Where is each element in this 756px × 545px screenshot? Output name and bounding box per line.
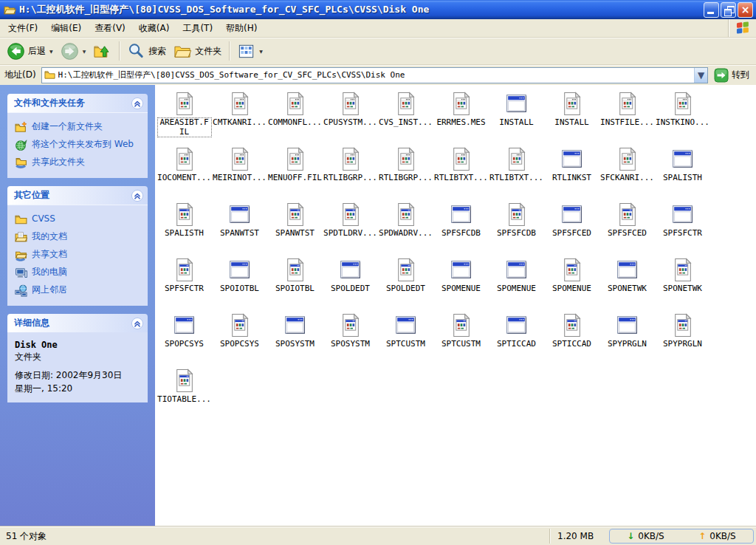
file-item[interactable]: SPDTLDRV... [323, 200, 378, 256]
place-item[interactable]: 我的电脑 [15, 267, 143, 279]
file-item[interactable]: INSTALL [489, 89, 544, 145]
menu-item[interactable]: 帮助(H) [219, 20, 264, 37]
menu-item[interactable]: 工具(T) [176, 20, 219, 37]
file-item[interactable]: INSTKINO... [655, 89, 710, 145]
forward-button[interactable]: ▼ [57, 39, 90, 64]
application-window-icon [338, 258, 362, 282]
back-label: 后退 [28, 45, 46, 58]
minimize-icon [707, 12, 714, 14]
menu-item[interactable]: 文件(F) [1, 20, 44, 37]
application-window-icon [449, 258, 473, 282]
file-item[interactable]: SPFSFCDB [489, 200, 544, 256]
file-item[interactable]: SPALISTH [655, 145, 710, 200]
file-item[interactable]: SPANWTST [267, 200, 323, 256]
file-item[interactable]: SPANWTST [212, 200, 267, 256]
file-item[interactable]: SPOLDEDT [378, 256, 433, 311]
file-item[interactable]: INSTFILE... [599, 89, 655, 145]
address-dropdown-button[interactable]: ▼ [694, 68, 707, 83]
file-item[interactable]: SPFSFCDB [433, 200, 489, 256]
file-item[interactable]: MEIRINOT... [212, 145, 267, 200]
task-item[interactable]: 创建一个新文件夹 [15, 121, 143, 134]
file-item[interactable]: SPFSFCTR [655, 200, 710, 256]
file-item[interactable]: SPONETWK [599, 256, 655, 311]
file-item[interactable]: RTLIBTXT... [433, 145, 489, 200]
file-item[interactable]: MENUOFF.FIL [267, 145, 323, 200]
chevron-up-icon[interactable] [131, 317, 144, 330]
address-input[interactable]: H:\工控机软件_旧型停产\[80]CVSS_DOS_Software_for_… [41, 67, 708, 83]
file-item[interactable]: SPOIOTBL [212, 256, 267, 311]
menu-item[interactable]: 收藏(A) [132, 20, 176, 37]
file-item[interactable]: SFCKANRI... [599, 145, 655, 200]
file-item[interactable]: ERRMES.MES [433, 89, 489, 145]
file-label: AREASIBT.FIL [157, 117, 212, 137]
file-item[interactable]: SPYPRGLN [599, 311, 655, 366]
file-item[interactable]: CPUSYSTM... [323, 89, 378, 145]
file-item[interactable]: COMMONFL... [267, 89, 323, 145]
chevron-up-icon[interactable] [131, 97, 144, 110]
file-item[interactable]: SPOSYSTM [267, 311, 323, 366]
toolbar: 后退 ▼ ▼ 搜索 文件夹 ▼ [0, 38, 756, 65]
file-item[interactable]: CMTKANRI... [212, 89, 267, 145]
file-item[interactable]: SPTCUSTM [433, 311, 489, 366]
file-item[interactable]: SPTICCAD [489, 311, 544, 366]
file-item[interactable]: INSTALL [544, 89, 599, 145]
menu-item[interactable]: 查看(V) [88, 20, 132, 37]
file-item[interactable]: RTLINKST [544, 145, 599, 200]
document-blue-icon [560, 258, 584, 282]
file-label: SPDWADRV... [377, 228, 434, 239]
file-item[interactable]: IOCOMENT... [157, 145, 212, 200]
file-label: RTLIBTXT... [433, 173, 489, 184]
file-item[interactable]: SPONETWK [655, 256, 710, 311]
file-item[interactable]: SPOSYSTM [323, 311, 378, 366]
details-modified-time: 星期一, 15:20 [15, 383, 142, 395]
file-item[interactable]: SPOMENUE [544, 256, 599, 311]
panel-header-other-places[interactable]: 其它位置 [7, 186, 148, 205]
place-item[interactable]: 我的文档 [15, 231, 143, 244]
file-item[interactable]: SPOPCSYS [212, 311, 267, 366]
file-item[interactable]: SPYPRGLN [655, 311, 710, 366]
panel-header-details[interactable]: 详细信息 [7, 314, 148, 332]
file-item[interactable]: SPFSFCED [544, 200, 599, 256]
views-button[interactable]: ▼ [233, 39, 267, 64]
up-button[interactable] [89, 39, 115, 64]
file-item[interactable]: SPOPCSYS [157, 311, 212, 366]
restore-button[interactable] [721, 2, 736, 18]
toolbar-separator [229, 41, 230, 61]
file-label: SPYPRGLN [662, 339, 704, 350]
panel-header-file-tasks[interactable]: 文件和文件夹任务 [7, 94, 148, 112]
file-item[interactable]: SPOMENUE [433, 256, 489, 311]
my-computer-icon [15, 267, 27, 279]
place-item[interactable]: 共享文档 [15, 249, 143, 261]
file-item[interactable]: SPTICCAD [544, 311, 599, 366]
minimize-button[interactable] [704, 2, 719, 18]
file-item[interactable]: RTLIBGRP... [378, 145, 433, 200]
file-item[interactable]: SPALISTH [157, 200, 212, 256]
task-item[interactable]: 将这个文件夹发布到 Web [15, 139, 143, 151]
close-button[interactable]: × [738, 2, 753, 18]
explorer-window: H:\工控机软件_旧型停产\[80]CVSS_DOS_Software_for_… [0, 0, 756, 545]
task-item[interactable]: 共享此文件夹 [15, 157, 143, 169]
search-button[interactable]: 搜索 [123, 39, 170, 64]
file-item[interactable]: RTLIBGRP... [323, 145, 378, 200]
file-item[interactable]: TIOTABLE... [157, 366, 212, 422]
forward-icon [61, 42, 79, 61]
menu-item[interactable]: 编辑(E) [44, 20, 88, 37]
file-item[interactable]: SPOLDEDT [323, 256, 378, 311]
folders-icon [173, 42, 192, 61]
chevron-up-icon[interactable] [131, 189, 144, 202]
file-item[interactable]: RTLIBTXT... [489, 145, 544, 200]
file-item[interactable]: SPTCUSTM [378, 311, 433, 366]
folders-button[interactable]: 文件夹 [170, 39, 225, 64]
file-item[interactable]: SPFSFCED [599, 200, 655, 256]
file-item[interactable]: SPOMENUE [489, 256, 544, 311]
file-label: RTLIBGRP... [322, 173, 379, 184]
place-item[interactable]: 网上邻居 [15, 284, 143, 297]
go-button[interactable]: 转到 [712, 67, 753, 83]
place-item[interactable]: CVSS [15, 213, 143, 226]
back-button[interactable]: 后退 ▼ [3, 39, 57, 64]
file-item[interactable]: SPDWADRV... [378, 200, 433, 256]
file-item[interactable]: SPFSFCTR [157, 256, 212, 311]
file-item[interactable]: SPOIOTBL [267, 256, 323, 311]
file-item[interactable]: CVS_INST... [378, 89, 433, 145]
file-item[interactable]: AREASIBT.FIL [157, 89, 212, 145]
